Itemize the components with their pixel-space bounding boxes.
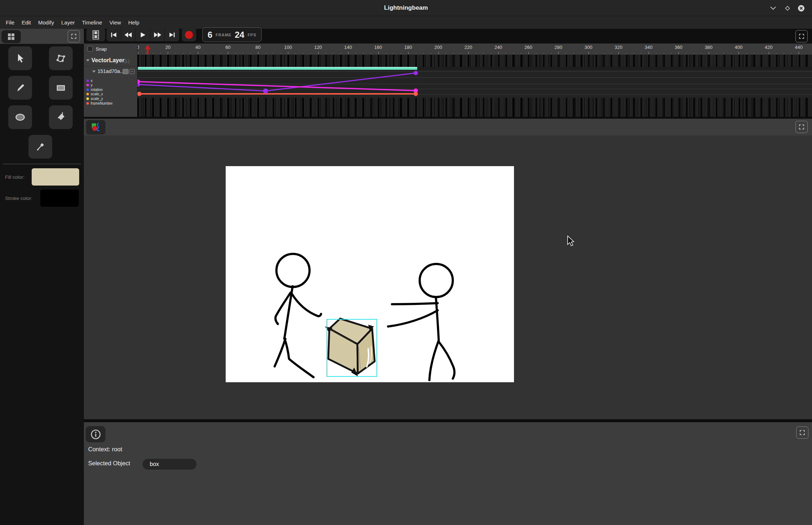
select-tool-button[interactable] [8, 46, 32, 70]
pencil-tool-button[interactable] [8, 76, 32, 100]
ruler-tick [318, 52, 319, 54]
right-figure-leg-left[interactable] [429, 341, 438, 380]
right-figure-arm-lower[interactable] [388, 310, 438, 327]
fast-forward-button[interactable] [150, 28, 165, 41]
object-name[interactable]: 151ad70a... [98, 68, 124, 74]
fps-value[interactable]: 24 [235, 30, 244, 40]
artboard[interactable] [226, 166, 514, 382]
menu-help[interactable]: Help [125, 16, 143, 29]
layer-track-row [137, 67, 812, 70]
tool-panel-expand-button[interactable] [68, 30, 80, 42]
layer-name[interactable]: VectorLayer [91, 57, 125, 64]
vector-art-button[interactable] [86, 120, 105, 134]
close-button[interactable] [797, 4, 806, 13]
left-figure-arm-front[interactable] [291, 293, 321, 316]
object-curve-toggle-button[interactable]: ~ [130, 69, 135, 74]
playhead[interactable] [144, 44, 151, 55]
ellipse-tool-button[interactable] [8, 105, 32, 129]
ruler-tick [791, 53, 791, 54]
frame-columns-top[interactable] [137, 55, 812, 67]
node-tool-button[interactable] [49, 46, 73, 70]
property-row-scale_y[interactable]: scale_y [86, 96, 103, 101]
ruler-tick [461, 53, 461, 54]
ruler-label: 100 [284, 45, 292, 50]
ruler-tick [453, 53, 454, 54]
fill-color-swatch[interactable] [32, 168, 79, 186]
rectangle-icon [55, 82, 67, 93]
info-button[interactable] [86, 426, 105, 442]
ruler-tick [776, 53, 777, 54]
ruler-tick [656, 53, 657, 54]
property-row-y[interactable]: y [86, 83, 93, 87]
status-panel-expand-button[interactable] [796, 426, 808, 439]
property-label: x [91, 79, 93, 83]
maximize-button[interactable] [783, 4, 792, 13]
right-figure-arm-upper[interactable] [392, 303, 438, 304]
selected-object-label: Selected Object [88, 460, 130, 467]
property-row-scale_x[interactable]: scale_x [86, 92, 103, 96]
ruler-tick [438, 52, 439, 54]
property-row-x[interactable]: x [86, 78, 93, 83]
rewind-button[interactable] [121, 28, 136, 41]
ruler-tick [521, 53, 521, 54]
ruler-tick [401, 53, 401, 54]
eyedropper-tool-button[interactable] [28, 135, 52, 159]
ruler-tick [228, 52, 228, 54]
film-strip-button[interactable] [86, 28, 105, 41]
minimize-button[interactable] [769, 4, 777, 13]
menu-timeline[interactable]: Timeline [78, 16, 106, 29]
selected-object-field[interactable]: box [143, 459, 197, 470]
ruler-tick [754, 53, 754, 54]
ruler-label: 200 [434, 45, 442, 50]
menu-modify[interactable]: Modify [35, 16, 58, 29]
ruler-tick [273, 53, 274, 54]
ruler-tick [258, 52, 258, 54]
timeline-ruler[interactable]: 0204060801001201401601802002202402602803… [137, 44, 812, 55]
rectangle-tool-button[interactable] [49, 76, 73, 100]
panel-grid-button[interactable] [1, 30, 21, 43]
right-figure-leg-right[interactable] [438, 341, 455, 379]
rewind-icon [124, 32, 132, 38]
ruler-tick [626, 53, 626, 54]
property-row-rotation[interactable]: rotation [86, 87, 103, 92]
object-collapse-triangle-icon[interactable] [92, 70, 96, 73]
skip-to-start-button[interactable] [107, 28, 121, 41]
property-row-frameNumber[interactable]: frameNumber [86, 101, 113, 105]
snap-checkbox[interactable] [87, 46, 93, 51]
property-color-dot [86, 97, 89, 100]
ruler-tick [536, 53, 536, 54]
property-label: scale_x [91, 92, 103, 96]
play-button[interactable] [136, 28, 150, 41]
right-figure-head[interactable] [420, 264, 453, 297]
stroke-color-swatch[interactable] [40, 190, 79, 207]
layer-collapse-triangle-icon[interactable] [86, 59, 90, 61]
playback-controls [107, 28, 179, 41]
timeline-expand-button[interactable] [795, 30, 808, 42]
frame-columns-bottom[interactable] [137, 98, 812, 117]
ruler-tick [558, 52, 559, 54]
ruler-tick [348, 52, 348, 54]
ruler-tick [371, 53, 371, 54]
curve-editor-area[interactable] [137, 70, 812, 98]
left-figure-head[interactable] [276, 254, 310, 287]
menu-layer[interactable]: Layer [58, 16, 78, 29]
menu-edit[interactable]: Edit [18, 16, 35, 29]
ruler-tick [408, 52, 409, 54]
record-button[interactable] [182, 28, 196, 41]
eyedropper-icon [34, 141, 46, 153]
ruler-tick [611, 53, 611, 54]
menu-file[interactable]: File [2, 16, 18, 29]
ruler-label: 0 [137, 45, 139, 50]
paint-bucket-tool-button[interactable] [49, 105, 73, 129]
skip-to-end-button[interactable] [165, 28, 179, 41]
menu-view[interactable]: View [106, 16, 125, 29]
left-figure-leg-front[interactable] [284, 338, 313, 377]
ruler-tick [363, 53, 364, 54]
ruler-tick [326, 53, 326, 54]
property-color-dot [86, 79, 89, 82]
ruler-tick [356, 53, 356, 54]
object-visibility-button[interactable] [123, 69, 128, 74]
ruler-tick [393, 53, 393, 54]
canvas-expand-button[interactable] [795, 121, 808, 133]
left-figure-leg-back[interactable] [275, 339, 285, 366]
